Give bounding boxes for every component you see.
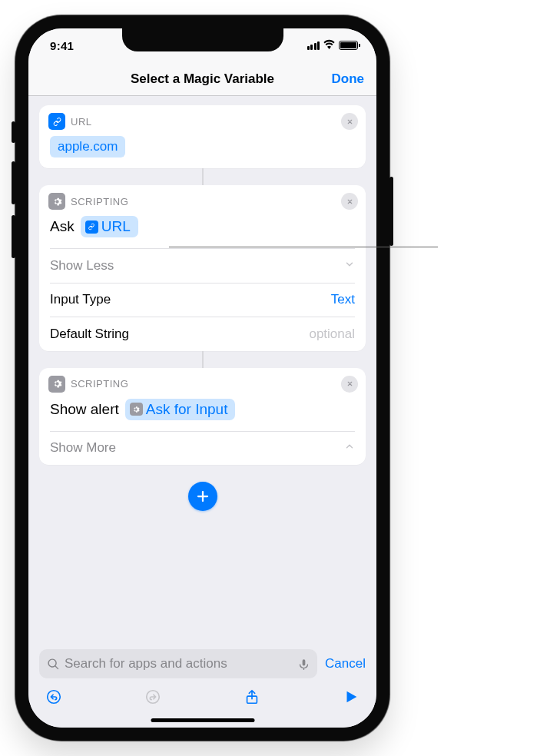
show-more-row[interactable]: Show More <box>39 431 366 465</box>
link-icon <box>85 220 98 234</box>
add-action-button[interactable] <box>188 482 217 511</box>
default-string-label: Default String <box>50 327 129 342</box>
action-card-alert: SCRIPTING Show alert Ask for Input <box>39 368 366 466</box>
cellular-icon <box>307 41 320 50</box>
action-verb: Show alert <box>50 401 119 418</box>
clear-button[interactable] <box>341 376 358 393</box>
search-input[interactable]: Search for apps and actions <box>39 649 317 678</box>
status-icons <box>307 38 359 54</box>
search-icon <box>47 658 60 671</box>
pill-label: URL <box>101 218 131 235</box>
chevron-down-icon <box>344 258 355 274</box>
magic-variable-url[interactable]: URL <box>81 216 138 237</box>
search-placeholder: Search for apps and actions <box>65 656 293 671</box>
done-button[interactable]: Done <box>332 71 365 87</box>
section-label: URL <box>71 116 92 128</box>
pill-label: Ask for Input <box>146 401 228 418</box>
link-icon <box>48 113 65 130</box>
home-indicator[interactable] <box>151 718 254 722</box>
run-button[interactable] <box>343 688 360 708</box>
redo-button <box>144 688 161 708</box>
action-verb: Ask <box>50 218 75 235</box>
undo-button[interactable] <box>45 688 62 708</box>
clear-button[interactable] <box>341 193 358 210</box>
show-less-row[interactable]: Show Less <box>39 249 366 283</box>
section-label: SCRIPTING <box>71 378 128 390</box>
battery-icon <box>339 41 358 50</box>
url-value-pill[interactable]: apple.com <box>50 136 125 158</box>
bottom-toolbar <box>28 685 376 712</box>
default-string-placeholder: optional <box>309 327 355 342</box>
input-type-label: Input Type <box>50 292 111 307</box>
magic-variable-ask-for-input[interactable]: Ask for Input <box>125 399 236 420</box>
show-more-label: Show More <box>50 440 116 456</box>
chevron-up-icon <box>344 440 355 456</box>
wifi-icon <box>323 38 336 54</box>
gear-icon <box>48 193 65 210</box>
cancel-button[interactable]: Cancel <box>325 656 366 671</box>
action-summary: Show alert Ask for Input <box>50 399 355 420</box>
input-type-value: Text <box>331 292 355 307</box>
share-button[interactable] <box>244 688 260 708</box>
page-title: Select a Magic Variable <box>131 71 274 87</box>
clear-button[interactable] <box>341 113 358 130</box>
input-type-row[interactable]: Input Type Text <box>39 283 366 317</box>
section-label: SCRIPTING <box>71 196 128 207</box>
action-card-url: URL apple.com <box>39 105 366 168</box>
mic-icon[interactable] <box>298 658 310 671</box>
action-card-ask: SCRIPTING Ask URL Sho <box>39 185 366 351</box>
show-less-label: Show Less <box>50 258 114 274</box>
action-summary: Ask URL <box>50 216 355 237</box>
gear-icon <box>48 376 65 393</box>
default-string-row[interactable]: Default String optional <box>39 317 366 351</box>
nav-bar: Select a Magic Variable Done <box>28 62 376 96</box>
gear-icon <box>130 403 143 416</box>
annotation-line <box>169 247 438 247</box>
status-time: 9:41 <box>50 39 74 52</box>
